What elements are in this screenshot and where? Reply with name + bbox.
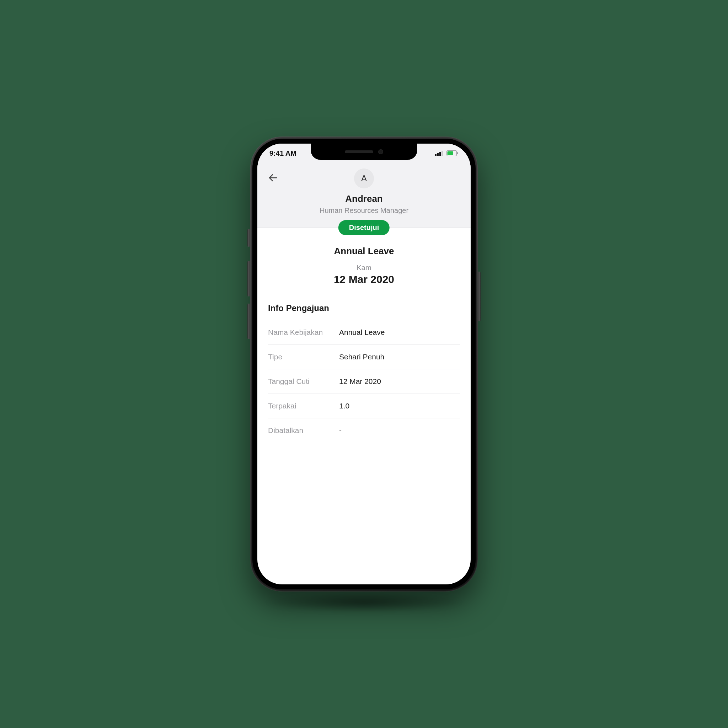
- svg-rect-3: [442, 151, 443, 156]
- arrow-left-icon: [268, 173, 278, 185]
- info-row: Terpakai1.0: [268, 394, 460, 418]
- approval-status-badge: Disetujui: [338, 220, 390, 236]
- leave-day-short: Kam: [268, 264, 460, 272]
- info-row: Tanggal Cuti12 Mar 2020: [268, 369, 460, 394]
- device-shadow: [265, 592, 463, 613]
- avatar: A: [354, 168, 374, 188]
- volume-up-button: [248, 261, 250, 297]
- screen: 9:41 AM: [257, 144, 471, 584]
- svg-rect-1: [437, 153, 439, 156]
- info-row-value: -: [339, 426, 342, 435]
- info-row-value: Sehari Penuh: [339, 353, 384, 361]
- svg-rect-6: [457, 152, 458, 154]
- power-button: [478, 272, 480, 321]
- info-section-title: Info Pengajuan: [268, 303, 460, 313]
- user-name: Andrean: [257, 193, 471, 204]
- front-camera: [378, 149, 383, 154]
- content-body: Annual Leave Kam 12 Mar 2020 Info Pengaj…: [257, 228, 471, 442]
- info-row: Dibatalkan-: [268, 418, 460, 442]
- info-list: Nama KebijakanAnnual LeaveTipeSehari Pen…: [268, 320, 460, 442]
- volume-down-button: [248, 304, 250, 339]
- svg-rect-2: [439, 152, 441, 156]
- info-row-label: Terpakai: [268, 402, 339, 410]
- mute-switch: [248, 229, 250, 247]
- info-row-value: Annual Leave: [339, 328, 385, 336]
- info-row: TipeSehari Penuh: [268, 345, 460, 369]
- user-role: Human Resources Manager: [257, 206, 471, 215]
- info-row: Nama KebijakanAnnual Leave: [268, 320, 460, 345]
- svg-rect-0: [435, 154, 436, 156]
- status-time: 9:41 AM: [269, 149, 297, 158]
- info-row-value: 1.0: [339, 402, 349, 410]
- back-button[interactable]: [266, 171, 280, 185]
- info-row-label: Tipe: [268, 353, 339, 361]
- speaker-grill: [345, 150, 373, 153]
- cellular-signal-icon: [435, 150, 444, 156]
- info-row-label: Tanggal Cuti: [268, 377, 339, 386]
- leave-type-title: Annual Leave: [268, 246, 460, 257]
- avatar-initial: A: [361, 173, 367, 184]
- notch: [310, 144, 418, 160]
- svg-rect-5: [448, 151, 453, 155]
- info-row-label: Nama Kebijakan: [268, 328, 339, 336]
- info-row-value: 12 Mar 2020: [339, 377, 381, 386]
- battery-icon: [447, 150, 459, 156]
- leave-date: 12 Mar 2020: [268, 273, 460, 286]
- phone-device-frame: 9:41 AM: [250, 136, 478, 592]
- info-row-label: Dibatalkan: [268, 426, 339, 435]
